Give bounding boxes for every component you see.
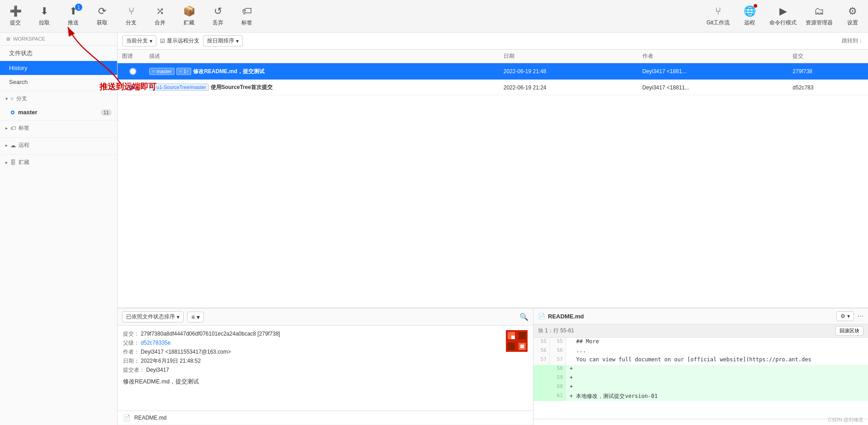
toolbar-btn-pull[interactable]: ⬇ 拉取 <box>33 5 55 27</box>
sidebar-section-tags: ▸ 🏷 标签 <box>0 120 117 135</box>
col-header-作者: 作者 <box>638 50 788 63</box>
commit-hash: d52c783 <box>788 80 868 95</box>
branch-select[interactable]: 当前分支 ▾ <box>122 35 156 47</box>
detail-list-btn[interactable]: ≡ ▾ <box>187 312 204 322</box>
table-row[interactable]: ⑂ master⑂ 1↑修改README.md，提交测试2022-06-19 2… <box>118 63 868 80</box>
discard-icon: ↺ <box>214 5 222 17</box>
commit-detail-header: 已依照文件状态排序 ▾ ≡ ▾ 🔍 <box>118 308 533 326</box>
detail-search-icon[interactable]: 🔍 <box>519 313 528 321</box>
commit-description: ⑂ master⑂ 1↑修改README.md，提交测试 <box>145 63 499 80</box>
commit-date: 2022-06-19 21:24 <box>499 80 638 95</box>
commit-message: 修改README.md，提交测试 <box>123 378 528 386</box>
monitor-icon: 🖥 <box>5 36 10 42</box>
branch-tag: ⑂ 1↑ <box>176 68 192 75</box>
toolbar-btn-fetch[interactable]: ⟳ 获取 <box>91 5 113 27</box>
explorer-icon: 🗂 <box>814 5 824 17</box>
branch-tag: ⑂ u1-SourceTree/master <box>149 84 209 91</box>
branch-toolbar: 当前分支 ▾ ☑ 显示远程分支 按日期排序 ▾ 跳转到： <box>118 33 868 50</box>
pull-icon: ⬇ <box>40 5 48 17</box>
push-badge: 1 <box>75 4 82 11</box>
diff-more-btn[interactable]: ··· <box>858 312 863 320</box>
revert-chunk-btn[interactable]: 回滚区块 <box>835 326 863 336</box>
sidebar-section-header-branches[interactable]: ▾ ⑂ 分支 <box>0 91 117 106</box>
svg-rect-3 <box>508 343 515 350</box>
commit-date: 2022-06-19 21:48 <box>499 63 638 80</box>
toolbar-btn-settings[interactable]: ⚙ 设置 <box>842 5 863 27</box>
sidebar-section-header-stashes[interactable]: ▸ 🗄 贮藏 <box>0 154 117 170</box>
sidebar-nav-history[interactable]: History <box>0 61 117 75</box>
sidebar-section-header-tags[interactable]: ▸ 🏷 标签 <box>0 120 117 135</box>
sidebar-section-header-remotes[interactable]: ▸ ☁ 远程 <box>0 137 117 153</box>
content-area: 当前分支 ▾ ☑ 显示远程分支 按日期排序 ▾ 跳转到： 图谱描述日期作者提交 <box>118 33 868 425</box>
workspace-label: 🖥 WORKSPACE <box>0 33 117 46</box>
parent-hash-link[interactable]: d52c78335e <box>141 340 170 346</box>
fetch-icon: ⟳ <box>98 5 106 17</box>
diff-line: 56 56 ... <box>533 347 868 356</box>
sidebar-nav-file-status[interactable]: 文件状态 <box>0 46 117 61</box>
toolbar-btn-push[interactable]: ⬆ 推送 1 <box>62 5 84 27</box>
sort-select[interactable]: 按日期排序 ▾ <box>203 35 243 47</box>
remote-icon: 🌐 <box>744 5 756 17</box>
file-icon: 📄 <box>123 414 131 421</box>
sidebar-section-remotes: ▸ ☁ 远程 <box>0 137 117 153</box>
sidebar: 🖥 WORKSPACE 文件状态HistorySearch ▾ ⑂ 分支 mas… <box>0 33 118 425</box>
diff-header: 📄 README.md ⚙ ▾ ··· <box>533 308 868 324</box>
settings-icon: ⚙ <box>848 5 857 17</box>
sidebar-nav: 文件状态HistorySearch <box>0 46 117 89</box>
detail-sort-select[interactable]: 已依照文件状态排序 ▾ <box>122 311 184 322</box>
avatar <box>506 330 528 352</box>
toolbar-btn-git-flow[interactable]: ⑂ Git工作流 <box>707 5 730 27</box>
tag-icon: 🏷 <box>242 5 252 17</box>
tags-icon: 🏷 <box>10 125 16 131</box>
terminal-icon: ▶ <box>779 5 787 17</box>
diff-line: 57 57 You can view full document on our … <box>533 356 868 365</box>
toolbar-btn-terminal[interactable]: ▶ 命令行模式 <box>769 5 797 27</box>
toolbar-btn-stash[interactable]: 📦 贮藏 <box>178 5 200 27</box>
file-list: 📄README.md <box>118 411 533 425</box>
avatar-image <box>506 330 528 352</box>
chevron-down-icon: ▾ <box>150 38 152 44</box>
bottom-panel: 已依照文件状态排序 ▾ ≡ ▾ 🔍 <box>118 308 868 425</box>
svg-rect-5 <box>511 336 515 339</box>
jump-to-label: 跳转到： <box>842 37 863 45</box>
col-header-日期: 日期 <box>499 50 638 63</box>
svg-rect-6 <box>520 345 524 348</box>
chevron-down-icon: ▾ <box>236 38 239 44</box>
diff-line: 58 + <box>533 365 868 374</box>
diff-scrollbar[interactable] <box>533 419 868 425</box>
col-header-提交: 提交 <box>788 50 868 63</box>
toolbar-btn-explorer[interactable]: 🗂 资源管理器 <box>806 5 833 27</box>
diff-chunk-header: 块 1：行 55-61 回滚区块 <box>533 324 868 338</box>
graph-cell <box>118 80 145 95</box>
sidebar-section-stashes: ▸ 🗄 贮藏 <box>0 154 117 170</box>
diff-file-label: 📄 README.md <box>538 313 584 320</box>
commit-hash: 279f738 <box>788 63 868 80</box>
toolbar-btn-discard[interactable]: ↺ 丢弃 <box>207 5 229 27</box>
branch-dot <box>11 111 14 114</box>
stash-icon: 📦 <box>183 5 195 17</box>
page-footer: CSDN @刘储意 <box>828 416 863 423</box>
merge-icon: ⤮ <box>156 5 164 17</box>
toolbar-btn-remote[interactable]: 🌐 远程 <box>739 5 760 27</box>
sidebar-nav-search[interactable]: Search <box>0 75 117 89</box>
git-flow-icon: ⑂ <box>715 5 721 17</box>
show-remote-checkbox[interactable]: ☑ 显示远程分支 <box>160 37 199 45</box>
diff-settings-btn[interactable]: ⚙ ▾ <box>836 311 854 321</box>
commit-list: 图谱描述日期作者提交 ⑂ master⑂ 1↑修改README.md，提交测试2… <box>118 50 868 308</box>
toolbar-btn-merge[interactable]: ⤮ 合并 <box>149 5 171 27</box>
sidebar-section-branches: ▾ ⑂ 分支 master 11 <box>0 91 117 118</box>
list-icon: ≡ <box>191 313 195 321</box>
branch-item-master[interactable]: master 11 <box>0 106 117 118</box>
toolbar-btn-branch[interactable]: ⑂ 分支 <box>120 5 142 27</box>
toolbar-btn-tag[interactable]: 🏷 标签 <box>236 5 258 27</box>
commit-author: Deyi3417 <1881... <box>638 63 788 80</box>
toolbar-btn-commit[interactable]: ➕ 提交 <box>5 5 26 27</box>
chevron-down-icon: ▾ <box>177 314 179 320</box>
diff-line: 59 + <box>533 374 868 383</box>
diff-panel: 📄 README.md ⚙ ▾ ··· 块 1：行 55-61 回滚区块 55 … <box>533 308 868 425</box>
sidebar-sections: ▾ ⑂ 分支 master 11 ▸ 🏷 标签 ▸ ☁ 远程 ▸ 🗄 贮藏 <box>0 89 117 170</box>
table-row[interactable]: ⑂ u1-SourceTree/master使用SourceTree首次提交20… <box>118 80 868 95</box>
branch-icon: ⑂ <box>128 5 134 17</box>
branch-tag: ⑂ master <box>149 68 175 75</box>
file-item-readme[interactable]: 📄README.md <box>118 411 533 425</box>
